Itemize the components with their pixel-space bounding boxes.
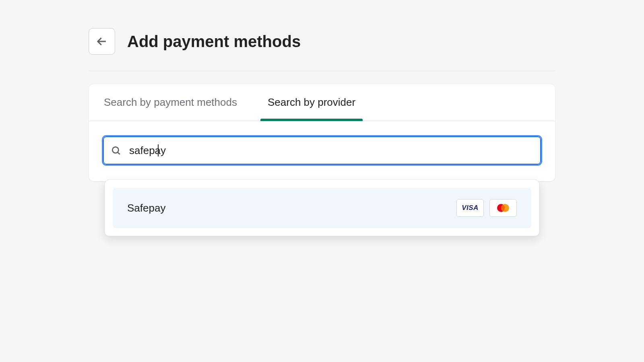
result-item-safepay[interactable]: Safepay VISA [113,188,531,228]
page-header: Add payment methods [89,28,555,55]
card-logos: VISA [456,199,517,217]
header-divider [89,71,555,71]
svg-line-2 [118,152,120,154]
tabs-container: Search by payment methods Search by prov… [89,84,555,121]
search-input[interactable]: safepay [121,144,533,157]
search-input-value: safepay [129,144,166,157]
search-card: Search by payment methods Search by prov… [89,84,555,181]
visa-icon: VISA [456,199,484,217]
svg-point-1 [112,147,118,153]
results-dropdown: Safepay VISA [105,180,539,236]
visa-label: VISA [462,204,479,212]
result-item-name: Safepay [127,202,165,214]
search-icon [111,145,121,156]
page-title: Add payment methods [127,33,301,51]
page-container: Add payment methods Search by payment me… [0,0,644,181]
back-button[interactable] [89,28,115,55]
search-field[interactable]: safepay [103,136,541,165]
search-area: safepay [89,121,555,181]
text-cursor [158,144,159,156]
arrow-left-icon [96,35,108,47]
tab-payment-methods[interactable]: Search by payment methods [89,84,252,121]
tab-provider[interactable]: Search by provider [252,84,371,121]
mastercard-icon [489,199,517,217]
